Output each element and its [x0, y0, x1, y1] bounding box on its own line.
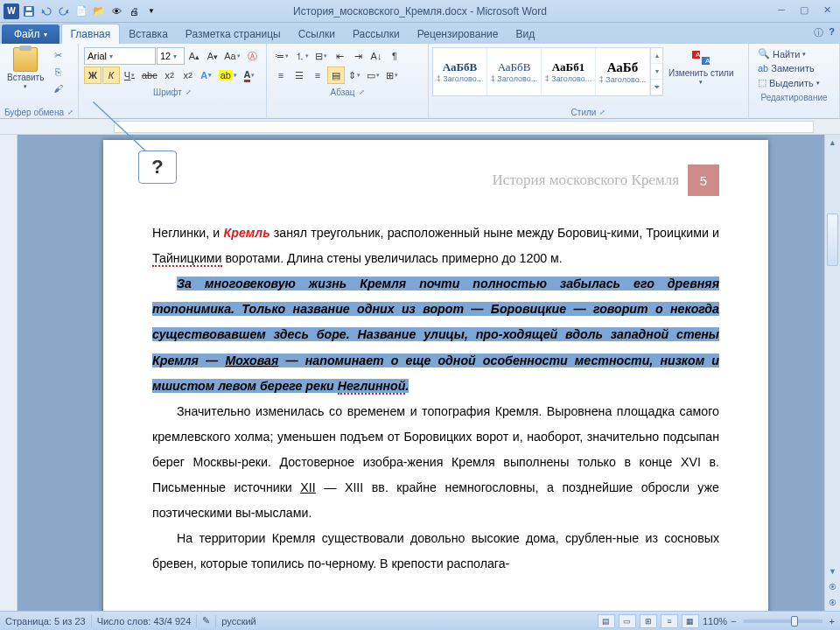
prev-page-button[interactable]: ⦿ — [825, 579, 840, 595]
decrease-indent-button[interactable]: ⇤ — [331, 47, 348, 65]
borders-button[interactable]: ⊞▾ — [383, 66, 401, 84]
grow-font-button[interactable]: A▴ — [186, 47, 203, 65]
styles-gallery[interactable]: АаБбВ‡ Заголово... АаБбВ‡ Заголово... Аа… — [432, 47, 663, 96]
strikethrough-button[interactable]: abc — [139, 66, 160, 84]
status-proofing-icon[interactable]: ✎ — [202, 615, 210, 626]
cut-icon[interactable]: ✂ — [49, 47, 66, 63]
align-center-button[interactable]: ☰ — [290, 66, 308, 84]
zoom-out-button[interactable]: − — [731, 616, 736, 626]
sort-button[interactable]: A↓ — [368, 47, 385, 65]
paragraph-dialog-launcher[interactable]: ⤢ — [359, 88, 365, 96]
underline-button[interactable]: Ч▾ — [121, 66, 138, 84]
show-marks-button[interactable]: ¶ — [386, 47, 403, 65]
style-item-1[interactable]: АаБбВ‡ Заголово... — [487, 48, 542, 95]
qat-icon-6[interactable]: 👁 — [108, 4, 124, 19]
find-icon: 🔍 — [758, 48, 770, 60]
subscript-button[interactable]: x2 — [161, 66, 178, 84]
font-color-button[interactable]: A▾ — [241, 66, 258, 84]
maximize-button[interactable]: ▢ — [793, 2, 816, 18]
view-print-layout[interactable]: ▤ — [598, 614, 615, 628]
shading-button[interactable]: ▭▾ — [364, 66, 382, 84]
scroll-thumb[interactable] — [827, 214, 838, 266]
align-right-button[interactable]: ≡ — [309, 66, 326, 84]
scroll-down-button[interactable]: ▼ — [825, 564, 840, 579]
file-tab[interactable]: Файл▾ — [2, 24, 60, 44]
status-page[interactable]: Страница: 5 из 23 — [5, 616, 86, 626]
tab-page-layout[interactable]: Разметка страницы — [177, 24, 290, 44]
style-item-3[interactable]: АаБб‡ Заголово... — [596, 48, 650, 95]
change-styles-button[interactable]: AA Изменить стили▾ — [665, 46, 737, 88]
qat-icon-4[interactable]: 📄 — [74, 4, 89, 19]
change-case-button[interactable]: Aa▾ — [222, 47, 242, 65]
superscript-button[interactable]: x2 — [179, 66, 197, 84]
undo-icon[interactable] — [38, 4, 54, 19]
gallery-scroll[interactable]: ▴▾⏷ — [650, 48, 662, 95]
increase-indent-button[interactable]: ⇥ — [349, 47, 367, 65]
status-word-count[interactable]: Число слов: 43/4 924 — [97, 616, 192, 626]
copy-icon[interactable]: ⎘ — [49, 64, 66, 80]
document-page[interactable]: История московского Кремля 5 Неглинки, и… — [103, 140, 768, 611]
zoom-level[interactable]: 110% — [703, 616, 727, 626]
tab-references[interactable]: Ссылки — [290, 24, 344, 44]
status-language[interactable]: русский — [221, 616, 256, 626]
vertical-ruler[interactable] — [0, 135, 18, 611]
shrink-font-button[interactable]: A▾ — [204, 47, 221, 65]
document-body[interactable]: Неглинки, и Кремль занял треугольник, ра… — [152, 220, 719, 578]
italic-button[interactable]: К — [102, 66, 120, 84]
format-painter-icon[interactable]: 🖌 — [49, 80, 66, 96]
bold-button[interactable]: Ж — [84, 66, 102, 84]
save-icon[interactable] — [21, 4, 37, 19]
view-full-screen[interactable]: ▭ — [619, 614, 636, 628]
numbering-button[interactable]: ⒈▾ — [292, 47, 312, 65]
vertical-scrollbar[interactable]: ▲ ▼ ⦿ ⦿ — [824, 135, 840, 611]
close-button[interactable]: ✕ — [816, 2, 838, 18]
word-app-icon[interactable]: W — [4, 4, 19, 19]
help-icon[interactable]: ? — [829, 26, 835, 39]
quick-access-toolbar: W 📄 📂 👁 🖨 ▼ — [0, 4, 163, 19]
zoom-slider-thumb[interactable] — [791, 616, 798, 626]
redo-icon[interactable] — [56, 4, 72, 19]
qat-customize-icon[interactable]: ▼ — [144, 4, 159, 19]
paste-icon — [13, 47, 38, 72]
justify-button[interactable]: ▤ — [327, 66, 345, 84]
tab-home[interactable]: Главная — [61, 24, 121, 44]
tab-view[interactable]: Вид — [507, 24, 543, 44]
paragraph-2-selected: За многовековую жизнь Кремля почти полно… — [152, 271, 719, 399]
view-outline[interactable]: ≡ — [661, 614, 678, 628]
line-spacing-button[interactable]: ⇕▾ — [346, 66, 363, 84]
scroll-up-button[interactable]: ▲ — [825, 135, 840, 150]
tab-insert[interactable]: Вставка — [120, 24, 177, 44]
zoom-in-button[interactable]: + — [830, 616, 835, 626]
header-title-text: История московского Кремля — [493, 172, 679, 189]
zoom-slider[interactable] — [744, 620, 822, 623]
font-name-combo[interactable]: Arial▾ — [84, 47, 156, 65]
replace-button[interactable]: abЗаменить — [756, 61, 832, 75]
find-button[interactable]: 🔍Найти▾ — [756, 46, 832, 61]
qat-icon-7[interactable]: 🖨 — [126, 4, 142, 19]
next-page-button[interactable]: ⦿ — [825, 595, 840, 611]
svg-text:A: A — [705, 57, 710, 65]
style-item-0[interactable]: АаБбВ‡ Заголово... — [433, 48, 487, 95]
group-label-font: Шрифт — [153, 88, 182, 97]
tab-review[interactable]: Рецензирование — [409, 24, 508, 44]
paste-button[interactable]: Вставить ▾ — [4, 46, 47, 92]
font-size-combo[interactable]: 12▾ — [157, 47, 185, 65]
bullets-button[interactable]: ≔▾ — [272, 47, 291, 65]
minimize-button[interactable]: ─ — [770, 2, 793, 18]
ribbon-minimize-icon[interactable]: ⓘ — [814, 26, 823, 39]
view-web-layout[interactable]: ⊞ — [640, 614, 657, 628]
font-dialog-launcher[interactable]: ⤢ — [186, 88, 192, 96]
text-effects-button[interactable]: A▾ — [198, 66, 215, 84]
styles-dialog-launcher[interactable]: ⤢ — [599, 108, 606, 116]
align-left-button[interactable]: ≡ — [272, 66, 290, 84]
horizontal-ruler[interactable] — [0, 119, 840, 135]
tab-mailings[interactable]: Рассылки — [344, 24, 409, 44]
select-button[interactable]: ⬚Выделить▾ — [756, 75, 832, 90]
highlight-button[interactable]: ab▾ — [216, 66, 240, 84]
qat-icon-5[interactable]: 📂 — [91, 4, 107, 19]
clipboard-dialog-launcher[interactable]: ⤢ — [67, 108, 74, 116]
view-draft[interactable]: ▦ — [682, 614, 699, 628]
style-item-2[interactable]: АаБб1‡ Заголово... — [542, 48, 596, 95]
multilevel-list-button[interactable]: ⊟▾ — [312, 47, 330, 65]
clear-formatting-button[interactable]: Ⓐ — [243, 47, 261, 65]
